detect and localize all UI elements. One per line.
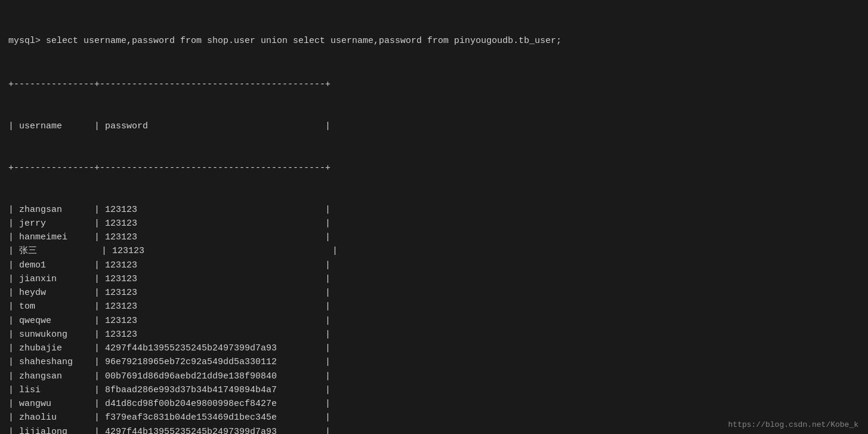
table-row: | hanmeimei | 123123 | xyxy=(8,230,860,244)
table-row: | lisi | 8fbaad286e993d37b34b41749894b4a… xyxy=(8,383,860,397)
table-border-top: +---------------+-----------------------… xyxy=(8,78,860,91)
table-border-mid: +---------------+-----------------------… xyxy=(8,161,860,175)
table-row: | shaheshang | 96e79218965eb72c92a549dd5… xyxy=(8,355,860,369)
table-row: | zhangsan | 00b7691d86d96aebd21dd9e138f… xyxy=(8,370,860,383)
table-row: | heydw | 123123 | xyxy=(8,286,860,300)
table-row: | zhubajie | 4297f44b13955235245b2497399… xyxy=(8,341,860,355)
table-row: | demo1 | 123123 | xyxy=(8,258,860,272)
table-row: | wangwu | d41d8cd98f00b204e9800998ecf84… xyxy=(8,397,860,411)
table-row: | qweqwe | 123123 | xyxy=(8,314,860,328)
table-row: | jianxin | 123123 | xyxy=(8,272,860,286)
table-row: | jerry | 123123 | xyxy=(8,217,860,230)
command-text: mysql> select username,password from sho… xyxy=(8,36,561,46)
table-row: | tom | 123123 | xyxy=(8,300,860,313)
terminal-window: mysql> select username,password from sho… xyxy=(0,0,868,434)
table-header: | username | password | xyxy=(8,119,860,133)
command-line: mysql> select username,password from sho… xyxy=(8,34,860,48)
table-row: | 张三 | 123123 | xyxy=(8,244,860,258)
table-row: | zhangsan | 123123 | xyxy=(8,203,860,217)
table-body: | zhangsan | 123123 || jerry | 123123 ||… xyxy=(8,203,860,435)
footer-link: https://blog.csdn.net/Kobe_k xyxy=(728,420,858,429)
table-row: | sunwukong | 123123 | xyxy=(8,328,860,341)
